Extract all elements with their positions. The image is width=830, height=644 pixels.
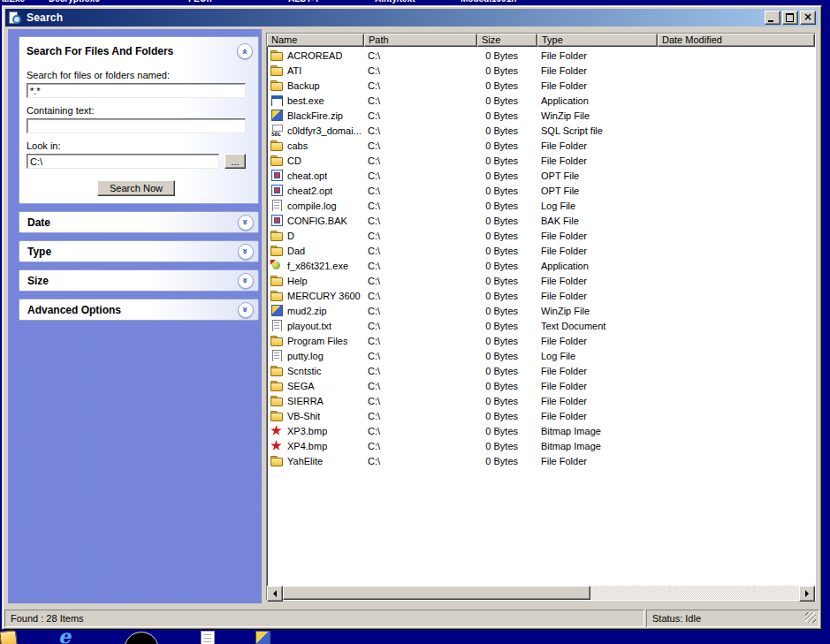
file-type: Log File (537, 351, 658, 361)
file-type: File Folder (537, 396, 658, 406)
results-header: Name Path Size Type Date Modified (267, 34, 815, 47)
folder-icon[interactable] (0, 630, 18, 644)
section-label: Type (27, 246, 238, 258)
folder-icon (270, 290, 284, 301)
table-row[interactable]: cheat2.opt C:\ 0 Bytes OPT File (267, 183, 815, 198)
close-button[interactable] (800, 11, 816, 25)
resize-grip[interactable] (805, 612, 816, 623)
column-header-name[interactable]: Name (267, 34, 364, 47)
file-path: C:\ (364, 366, 477, 376)
scroll-left-button[interactable] (267, 586, 283, 602)
column-header-date-modified[interactable]: Date Modified (658, 34, 815, 47)
table-row[interactable]: BlackFire.zip C:\ 0 Bytes WinZip File (267, 108, 815, 123)
table-row[interactable]: SIERRA C:\ 0 Bytes File Folder (267, 393, 815, 408)
file-size: 0 Bytes (477, 110, 537, 121)
search-window: Search Search For Files And Folders Sear… (2, 5, 822, 630)
search-now-button[interactable]: Search Now (97, 180, 175, 196)
file-path: C:\ (364, 321, 477, 331)
section-advanced-options[interactable]: Advanced Options (19, 299, 259, 321)
file-type: WinZip File (537, 306, 658, 316)
table-row[interactable]: cheat.opt C:\ 0 Bytes OPT File (267, 168, 815, 183)
expand-section-button[interactable] (238, 273, 254, 289)
minimize-button[interactable] (765, 11, 781, 25)
table-row[interactable]: YahElite C:\ 0 Bytes File Folder (267, 453, 815, 468)
file-type: Bitmap Image (537, 426, 658, 436)
file-path: C:\ (364, 65, 477, 76)
table-row[interactable]: VB-Shit C:\ 0 Bytes File Folder (267, 408, 815, 423)
section-size[interactable]: Size (19, 269, 259, 292)
scroll-right-button[interactable] (799, 586, 815, 602)
table-row[interactable]: c0ldfyr3_domai... C:\ 0 Bytes SQL Script… (267, 123, 815, 138)
file-size: 0 Bytes (477, 276, 537, 286)
table-row[interactable]: ATI C:\ 0 Bytes File Folder (267, 63, 815, 78)
table-row[interactable]: ACROREAD C:\ 0 Bytes File Folder (267, 48, 815, 63)
file-path: C:\ (364, 246, 477, 256)
file-name: Dad (287, 246, 305, 256)
file-name: playout.txt (287, 321, 331, 331)
table-row[interactable]: compile.log C:\ 0 Bytes Log File (267, 198, 815, 213)
desktop-icon-label[interactable]: a.Exe (2, 0, 25, 4)
scrollbar-thumb[interactable] (283, 586, 590, 600)
table-row[interactable]: CONFIG.BAK C:\ 0 Bytes BAK File (267, 213, 815, 228)
opt-icon (270, 170, 284, 181)
file-size: 0 Bytes (477, 261, 537, 271)
title-bar[interactable]: Search (5, 9, 819, 27)
document-icon[interactable] (201, 631, 215, 644)
table-row[interactable]: Dad C:\ 0 Bytes File Folder (267, 243, 815, 258)
search-criteria-panel: Search For Files And Folders Search for … (19, 36, 259, 204)
status-state: Status: Idle (646, 610, 819, 627)
table-row[interactable]: XP4.bmp C:\ 0 Bytes Bitmap Image (267, 438, 815, 453)
file-name: Program Files (287, 336, 347, 346)
expand-section-button[interactable] (238, 215, 254, 231)
desktop-icon-label[interactable]: Modedl1091n (461, 0, 516, 4)
table-row[interactable]: Backup C:\ 0 Bytes File Folder (267, 78, 815, 93)
expand-section-button[interactable] (238, 244, 254, 260)
table-row[interactable]: putty.log C:\ 0 Bytes Log File (267, 348, 815, 363)
table-row[interactable]: MERCURY 3600 C:\ 0 Bytes File Folder (267, 288, 815, 303)
table-row[interactable]: XP3.bmp C:\ 0 Bytes Bitmap Image (267, 423, 815, 438)
table-row[interactable]: cabs C:\ 0 Bytes File Folder (267, 138, 815, 153)
maximize-button[interactable] (782, 11, 798, 25)
browse-button[interactable]: ... (225, 154, 246, 169)
media-player-icon[interactable] (124, 632, 159, 644)
named-input[interactable] (27, 83, 246, 98)
collapse-panel-button[interactable] (237, 43, 253, 59)
table-row[interactable]: Scntstic C:\ 0 Bytes File Folder (267, 363, 815, 378)
internet-explorer-icon[interactable]: e (58, 630, 83, 644)
table-row[interactable]: CD C:\ 0 Bytes File Folder (267, 153, 815, 168)
desktop-icon-label[interactable]: Decryptfox6 (49, 0, 100, 4)
containing-text-input[interactable] (27, 118, 246, 133)
desktop-icon-label[interactable]: Ainty/text (375, 0, 415, 4)
table-row[interactable]: SEGA C:\ 0 Bytes File Folder (267, 378, 815, 393)
file-path: C:\ (364, 336, 477, 346)
table-row[interactable]: Program Files C:\ 0 Bytes File Folder (267, 333, 815, 348)
desktop-icon-label[interactable]: ALSY-T (288, 0, 320, 4)
file-type: Text Document (537, 321, 658, 331)
table-row[interactable]: f_x86t321.exe C:\ 0 Bytes Application (267, 258, 815, 273)
section-type[interactable]: Type (19, 240, 259, 262)
horizontal-scrollbar[interactable] (267, 586, 815, 600)
desktop-icon-label[interactable]: FEOn (188, 0, 212, 4)
search-pane: Search For Files And Folders Search for … (8, 29, 262, 603)
window-title: Search (27, 11, 763, 24)
file-size: 0 Bytes (477, 351, 537, 361)
column-header-size[interactable]: Size (477, 34, 537, 47)
table-row[interactable]: best.exe C:\ 0 Bytes Application (267, 93, 815, 108)
file-path: C:\ (364, 125, 477, 136)
file-name: Help (287, 276, 308, 286)
table-row[interactable]: Help C:\ 0 Bytes File Folder (267, 273, 815, 288)
table-row[interactable]: mud2.zip C:\ 0 Bytes WinZip File (267, 303, 815, 318)
table-row[interactable]: D C:\ 0 Bytes File Folder (267, 228, 815, 243)
file-type: File Folder (537, 80, 658, 91)
table-row[interactable]: playout.txt C:\ 0 Bytes Text Document (267, 318, 815, 333)
chevrons-down-icon (240, 248, 250, 254)
expand-section-button[interactable] (238, 302, 254, 318)
winzip-icon[interactable] (255, 631, 270, 644)
section-date[interactable]: Date (19, 211, 259, 233)
file-size: 0 Bytes (477, 456, 537, 466)
column-header-path[interactable]: Path (364, 34, 477, 47)
file-size: 0 Bytes (477, 396, 537, 406)
look-in-input[interactable] (27, 154, 219, 169)
column-header-type[interactable]: Type (537, 34, 658, 47)
file-size: 0 Bytes (477, 80, 537, 91)
